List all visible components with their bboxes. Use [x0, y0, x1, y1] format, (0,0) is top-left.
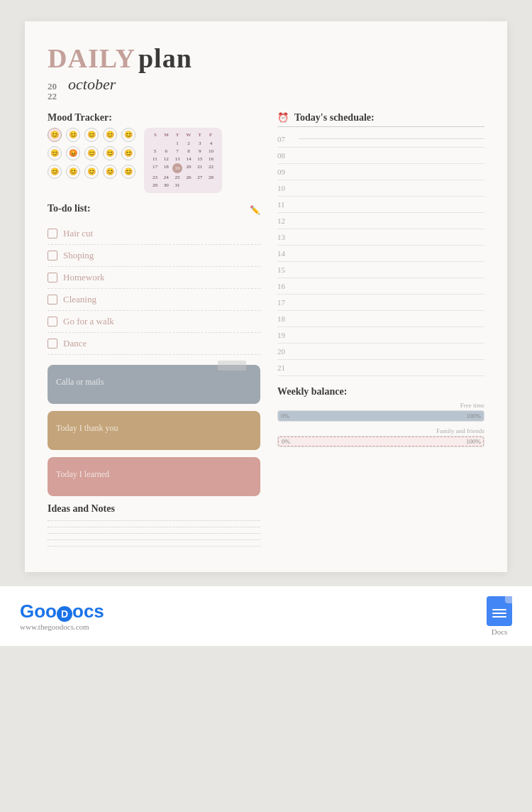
- todo-text-dance: Dance: [63, 338, 87, 349]
- schedule-row-20[interactable]: 20: [277, 344, 484, 360]
- schedule-row-18[interactable]: 18: [277, 311, 484, 327]
- docs-icon-img: [487, 596, 512, 626]
- thanks-note-label: Today I thank you: [56, 423, 118, 433]
- free-time-section: Free time 0% 100%: [277, 402, 484, 422]
- docs-icon-lines: [492, 609, 506, 618]
- right-column: ⏰ Today's scheduale: 07 08 09 10 11: [277, 112, 484, 552]
- free-time-label: Free time: [460, 402, 484, 409]
- todo-item-homework: Homework: [48, 267, 260, 289]
- calendar-header: S M T W T F: [150, 132, 216, 138]
- free-time-start: 0%: [281, 412, 289, 419]
- ideas-label: Ideas and Notes: [48, 503, 260, 515]
- schedule-row-13[interactable]: 13: [277, 229, 484, 246]
- todo-text-walk: Go for a walk: [63, 316, 114, 327]
- todo-label: To-do list:: [48, 203, 91, 214]
- brand-name: GooDocs: [20, 600, 104, 622]
- mood-face[interactable]: 😊: [103, 146, 117, 160]
- month-italic: october: [68, 75, 116, 94]
- todo-text-shoping: Shoping: [63, 250, 94, 261]
- todo-item-dance: Dance: [48, 333, 260, 355]
- title-plan: plan: [138, 43, 192, 73]
- schedule-row-10[interactable]: 10: [277, 180, 484, 197]
- tape-decoration: [218, 361, 246, 371]
- pencil-icon[interactable]: ✏️: [250, 205, 260, 216]
- schedule-row-08[interactable]: 08: [277, 148, 484, 164]
- weekly-balance: Weekly balance: Free time 0% 100% Family: [277, 386, 484, 447]
- mood-face[interactable]: 😊: [48, 128, 62, 142]
- dotted-line-5: [48, 546, 260, 547]
- family-end: 100%: [466, 438, 481, 445]
- dotted-line-3: [48, 533, 260, 534]
- gooddocs-logo: GooDocs www.thegoodocs.com: [20, 600, 104, 631]
- learned-note-box[interactable]: Today I learned: [48, 457, 260, 496]
- todo-checkbox-walk[interactable]: [48, 317, 57, 327]
- schedule-row-21[interactable]: 21: [277, 360, 484, 376]
- mood-tracker: 😊 😊 😊 😊 😊 😊 😡 😊 😊 😊 😊 😊 😊 😊 😊: [48, 128, 260, 193]
- docs-line-1: [492, 609, 506, 610]
- family-bar-bg: 0% 100%: [277, 436, 484, 447]
- mood-face[interactable]: 😊: [103, 128, 117, 142]
- todo-section: To-do list: ✏️ Hair cut Shoping Homework: [48, 203, 260, 355]
- family-bar-fill: 0%: [278, 437, 484, 446]
- todo-checkbox-homework[interactable]: [48, 273, 57, 282]
- clock-icon: ⏰: [277, 112, 289, 124]
- mood-face[interactable]: 😊: [103, 165, 117, 179]
- mood-face[interactable]: 😊: [84, 128, 99, 142]
- schedule-row-09[interactable]: 09: [277, 164, 484, 180]
- schedule-row-12[interactable]: 12: [277, 213, 484, 229]
- weekly-balance-label: Weekly balance:: [277, 386, 484, 397]
- calendar-mini: S M T W T F 1 2 3 4 5: [144, 128, 222, 193]
- todo-text-homework: Homework: [63, 272, 105, 283]
- docs-line-3: [492, 616, 506, 618]
- brand-url: www.thegoodocs.com: [20, 622, 104, 631]
- todo-text-cleaning: Cleaning: [63, 294, 96, 305]
- free-time-bar-fill: 0%: [278, 411, 484, 421]
- free-time-bar-bg: 0% 100%: [277, 410, 484, 422]
- todo-item-cleaning: Cleaning: [48, 289, 260, 311]
- ideas-section: Ideas and Notes: [48, 503, 260, 547]
- left-column: Mood Tracker: 😊 😊 😊 😊 😊 😊 😡 😊 😊 😊 😊 😊 😊: [48, 112, 260, 552]
- todo-text-haircut: Hair cut: [63, 228, 93, 239]
- daily-planner-page: DAILY plan 20 22 october Mood Tracker: 😊…: [25, 21, 507, 572]
- calls-note-box[interactable]: Calla or mails: [48, 365, 260, 404]
- mood-face[interactable]: 😊: [84, 165, 99, 179]
- dotted-line-1: [48, 520, 260, 521]
- thanks-note-box[interactable]: Today I thank you: [48, 411, 260, 450]
- main-content: Mood Tracker: 😊 😊 😊 😊 😊 😊 😡 😊 😊 😊 😊 😊 😊: [48, 112, 484, 552]
- mood-face[interactable]: 😊: [121, 146, 135, 160]
- free-time-header: Free time: [277, 402, 484, 409]
- mood-face[interactable]: 😊: [121, 128, 135, 142]
- mood-face[interactable]: 😊: [121, 165, 135, 179]
- family-label: Family and friends: [436, 427, 484, 434]
- mood-grid[interactable]: 😊 😊 😊 😊 😊 😊 😡 😊 😊 😊 😊 😊 😊 😊 😊: [48, 128, 137, 193]
- mood-face[interactable]: 😊: [84, 146, 99, 160]
- schedule-row-15[interactable]: 15: [277, 262, 484, 278]
- dotted-line-4: [48, 539, 260, 540]
- learned-note-label: Today I learned: [56, 469, 109, 479]
- todo-checkbox-haircut[interactable]: [48, 229, 57, 238]
- docs-line-2: [492, 613, 506, 614]
- schedule-row-07[interactable]: 07: [277, 131, 484, 148]
- schedule-row-17[interactable]: 17: [277, 295, 484, 311]
- todo-item-haircut: Hair cut: [48, 223, 260, 245]
- schedule-row-19[interactable]: 19: [277, 327, 484, 344]
- family-header: Family and friends: [277, 427, 484, 434]
- todo-checkbox-shoping[interactable]: [48, 251, 57, 260]
- header: DAILY plan 20 22 october: [48, 43, 484, 102]
- todo-checkbox-cleaning[interactable]: [48, 295, 57, 304]
- mood-face[interactable]: 😊: [48, 165, 62, 179]
- todo-item-walk: Go for a walk: [48, 311, 260, 333]
- mood-face[interactable]: 😡: [66, 146, 80, 160]
- docs-label: Docs: [492, 627, 508, 636]
- schedule-row-11[interactable]: 11: [277, 197, 484, 213]
- todo-checkbox-dance[interactable]: [48, 339, 57, 349]
- todo-header: To-do list: ✏️: [48, 203, 260, 219]
- family-start: 0%: [282, 438, 290, 445]
- calendar-body: 1 2 3 4 5 6 7 8 9 10 11 12 13 14: [150, 140, 216, 189]
- schedule-row-14[interactable]: 14: [277, 246, 484, 262]
- mood-face[interactable]: 😊: [66, 165, 80, 179]
- family-section: Family and friends 0% 100%: [277, 427, 484, 447]
- mood-face[interactable]: 😊: [66, 128, 80, 142]
- schedule-row-16[interactable]: 16: [277, 278, 484, 295]
- mood-face[interactable]: 😊: [48, 146, 62, 160]
